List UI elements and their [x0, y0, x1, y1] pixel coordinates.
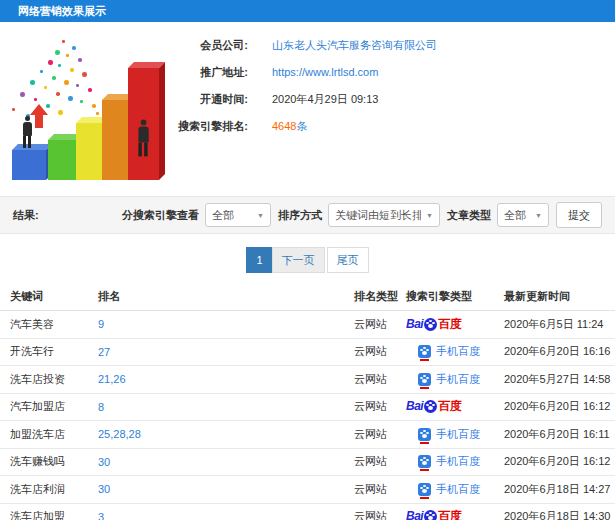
- filter-select[interactable]: 关键词由短到长排序 ▼: [328, 203, 440, 227]
- cell-rank-type: 云网站: [354, 454, 406, 469]
- keyword-rank-table: 关键词 排名 排名类型 搜索引擎类型 最新更新时间 汽车美容 9 云网站 Bai…: [0, 283, 615, 520]
- cell-rank-type: 云网站: [354, 317, 406, 332]
- cell-rank-type: 云网站: [354, 372, 406, 387]
- member-field-value[interactable]: 山东老人头汽车服务咨询有限公司: [272, 39, 437, 51]
- cell-rank[interactable]: 30: [98, 483, 110, 495]
- filter-group: 文章类型 全部 ▼: [447, 203, 549, 227]
- mobile-baidu-logo: 手机百度: [418, 372, 480, 387]
- filter-group: 排序方式 关键词由短到长排序 ▼: [278, 203, 440, 227]
- cell-keyword: 汽车加盟店: [0, 399, 98, 414]
- cell-keyword: 洗车店投资: [0, 372, 98, 387]
- chevron-down-icon: ▼: [535, 212, 542, 219]
- table-row: 洗车店加盟 3 云网站 Baidu百度 2020年6月18日 14:30: [0, 504, 615, 520]
- cell-keyword: 洗车店加盟: [0, 509, 98, 520]
- filter-label: 分搜索引擎查看: [122, 208, 199, 223]
- member-info-panel: 会员公司:山东老人头汽车服务咨询有限公司 推广地址:https://www.lr…: [0, 22, 615, 196]
- table-row: 汽车美容 9 云网站 Baidu百度 2020年6月5日 11:24: [0, 311, 615, 339]
- table-body: 汽车美容 9 云网站 Baidu百度 2020年6月5日 11:24 开洗车行 …: [0, 311, 615, 520]
- member-field-suffix: 条: [296, 120, 307, 132]
- pagination-item[interactable]: 尾页: [327, 247, 369, 273]
- baidu-logo: Baidu百度: [406, 400, 461, 413]
- cell-updated: 2020年6月5日 11:24: [504, 317, 615, 332]
- submit-button[interactable]: 提交: [556, 202, 602, 228]
- baidu-paw-icon: du: [424, 318, 437, 331]
- filter-label: 排序方式: [278, 208, 322, 223]
- cell-updated: 2020年6月20日 16:16: [504, 344, 615, 359]
- member-field-label: 开通时间:: [150, 86, 248, 112]
- member-field-label: 搜索引擎排名:: [150, 113, 248, 139]
- filter-selected-value: 关键词由短到长排序: [335, 208, 421, 223]
- cell-rank[interactable]: 9: [98, 318, 104, 330]
- cell-engine: Baidu百度: [406, 318, 504, 331]
- member-field-label: 会员公司:: [150, 32, 248, 58]
- cell-rank-type: 云网站: [354, 482, 406, 497]
- mobile-baidu-paw-icon: [418, 428, 431, 441]
- cell-engine: Baidu百度: [406, 400, 504, 413]
- mobile-baidu-paw-icon: [418, 455, 431, 468]
- filter-select[interactable]: 全部 ▼: [497, 203, 549, 227]
- member-field-row: 会员公司:山东老人头汽车服务咨询有限公司: [150, 32, 437, 58]
- member-field-row: 开通时间:2020年4月29日 09:13: [150, 86, 437, 112]
- filter-group: 分搜索引擎查看 全部 ▼: [122, 203, 271, 227]
- bar-green: [48, 140, 78, 180]
- filter-selected-value: 全部: [504, 208, 530, 223]
- cell-rank[interactable]: 27: [98, 346, 110, 358]
- cell-rank[interactable]: 25,28,28: [98, 428, 141, 440]
- bar-orange: [102, 100, 129, 180]
- filter-controls: 分搜索引擎查看 全部 ▼ 排序方式 关键词由短到长排序 ▼ 文章类型 全部 ▼ …: [122, 202, 602, 228]
- cell-rank[interactable]: 3: [98, 511, 104, 520]
- chevron-down-icon: ▼: [426, 212, 433, 219]
- baidu-logo: Baidu百度: [406, 318, 461, 331]
- mobile-baidu-logo: 手机百度: [418, 482, 480, 497]
- filter-select[interactable]: 全部 ▼: [205, 203, 271, 227]
- cell-updated: 2020年6月20日 16:12: [504, 399, 615, 414]
- table-row: 汽车加盟店 8 云网站 Baidu百度 2020年6月20日 16:12: [0, 394, 615, 422]
- filter-selected-value: 全部: [212, 208, 252, 223]
- cell-rank-type: 云网站: [354, 509, 406, 520]
- businessman-figure-right: [135, 120, 151, 157]
- cell-rank[interactable]: 21,26: [98, 373, 126, 385]
- cell-rank[interactable]: 8: [98, 401, 104, 413]
- cell-engine: 手机百度: [406, 482, 504, 497]
- cell-rank-type: 云网站: [354, 344, 406, 359]
- cell-updated: 2020年6月18日 14:27: [504, 482, 615, 497]
- pagination-item[interactable]: 下一页: [272, 247, 325, 273]
- member-field-row: 搜索引擎排名:4648条: [150, 113, 437, 139]
- table-row: 洗车店投资 21,26 云网站 手机百度 2020年5月27日 14:58: [0, 366, 615, 394]
- cell-engine: 手机百度: [406, 427, 504, 442]
- member-field-value: 4648: [272, 120, 296, 132]
- cell-engine: 手机百度: [406, 372, 504, 387]
- member-field-value[interactable]: https://www.lrtlsd.com: [272, 66, 378, 78]
- member-field-value: 2020年4月29日 09:13: [272, 93, 378, 105]
- member-field-label: 推广地址:: [150, 59, 248, 85]
- top-title-bar: 网络营销效果展示: [0, 0, 615, 22]
- mobile-baidu-logo: 手机百度: [418, 454, 480, 469]
- mobile-baidu-paw-icon: [418, 373, 431, 386]
- results-label: 结果:: [13, 208, 39, 223]
- cell-rank[interactable]: 30: [98, 456, 110, 468]
- bar-blue: [12, 150, 46, 180]
- cell-engine: Baidu百度: [406, 510, 504, 520]
- col-header-updated: 最新更新时间: [504, 289, 615, 304]
- filter-label: 文章类型: [447, 208, 491, 223]
- results-filter-bar: 结果: 分搜索引擎查看 全部 ▼ 排序方式 关键词由短到长排序 ▼ 文章类型 全…: [0, 196, 615, 234]
- pagination: 1 下一页 尾页: [0, 247, 615, 273]
- member-field-row: 推广地址:https://www.lrtlsd.com: [150, 59, 437, 85]
- page-title: 网络营销效果展示: [18, 4, 106, 19]
- cell-keyword: 开洗车行: [0, 344, 98, 359]
- cell-updated: 2020年6月20日 16:11: [504, 427, 615, 442]
- businessman-figure-left: [20, 116, 34, 148]
- mobile-baidu-paw-icon: [418, 483, 431, 496]
- col-header-keyword: 关键词: [0, 289, 98, 304]
- col-header-rank-type: 排名类型: [354, 289, 406, 304]
- cell-updated: 2020年5月27日 14:58: [504, 372, 615, 387]
- table-row: 加盟洗车店 25,28,28 云网站 手机百度 2020年6月20日 16:11: [0, 421, 615, 449]
- col-header-rank: 排名: [98, 289, 354, 304]
- pagination-item[interactable]: 1: [246, 247, 272, 273]
- table-row: 洗车店利润 30 云网站 手机百度 2020年6月18日 14:27: [0, 476, 615, 504]
- table-header-row: 关键词 排名 排名类型 搜索引擎类型 最新更新时间: [0, 283, 615, 311]
- cell-updated: 2020年6月18日 14:30: [504, 509, 615, 520]
- table-row: 开洗车行 27 云网站 手机百度 2020年6月20日 16:16: [0, 339, 615, 367]
- cell-keyword: 洗车赚钱吗: [0, 454, 98, 469]
- table-row: 洗车赚钱吗 30 云网站 手机百度 2020年6月20日 16:12: [0, 449, 615, 477]
